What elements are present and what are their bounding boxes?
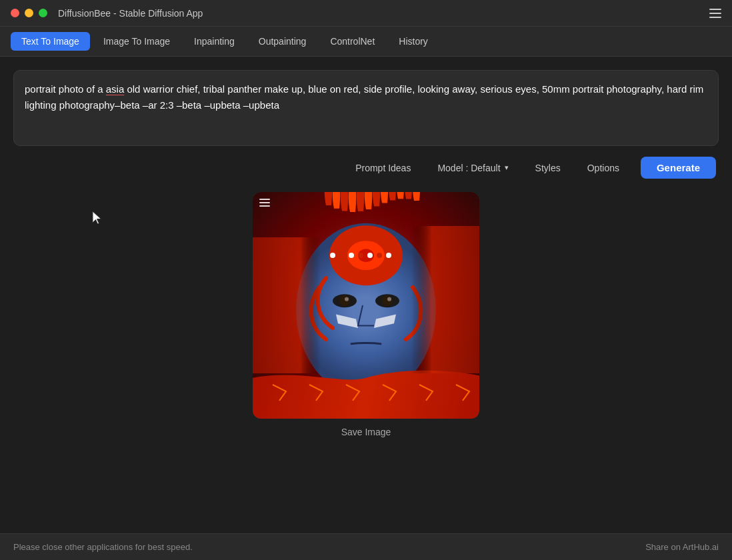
nav-tabs: Text To Image Image To Image Inpainting … [0,27,732,57]
styles-button[interactable]: Styles [530,160,566,176]
title-bar: DiffusionBee - Stable Diffusion App [0,0,732,27]
tab-controlnet[interactable]: ControlNet [319,32,385,51]
generated-image-wrapper [253,192,479,419]
hamburger-icon[interactable] [709,9,721,18]
prompt-display[interactable]: portrait photo of a asia old warrior chi… [25,81,707,135]
app-title: DiffusionBee - Stable Diffusion App [58,8,203,19]
tab-inpainting[interactable]: Inpainting [183,32,245,51]
tab-history[interactable]: History [388,32,439,51]
model-label: Model : Default [437,163,500,173]
prompt-container: portrait photo of a asia old warrior chi… [13,70,719,146]
tab-image-to-image[interactable]: Image To Image [93,32,181,51]
generate-button[interactable]: Generate [641,157,716,179]
status-text: Please close other applications for best… [13,542,193,552]
share-link[interactable]: Share on ArtHub.ai [645,542,719,552]
save-image-button[interactable]: Save Image [341,427,391,437]
options-button[interactable]: Options [582,160,625,176]
maximize-button[interactable] [39,9,47,17]
generated-image-canvas [253,192,479,419]
chevron-down-icon: ▾ [505,163,509,172]
toolbar-row: Prompt Ideas Model : Default ▾ Styles Op… [13,157,719,179]
close-button[interactable] [11,9,19,17]
main-content: portrait photo of a asia old warrior chi… [0,57,732,451]
prompt-ideas-button[interactable]: Prompt Ideas [350,160,416,176]
tab-text-to-image[interactable]: Text To Image [11,32,90,51]
traffic-lights [11,9,47,17]
bottom-bar: Please close other applications for best… [0,533,732,560]
image-menu-icon[interactable] [259,199,270,207]
tab-outpainting[interactable]: Outpainting [248,32,317,51]
minimize-button[interactable] [25,9,33,17]
image-area: Save Image [13,192,719,437]
model-selector-button[interactable]: Model : Default ▾ [432,160,513,176]
